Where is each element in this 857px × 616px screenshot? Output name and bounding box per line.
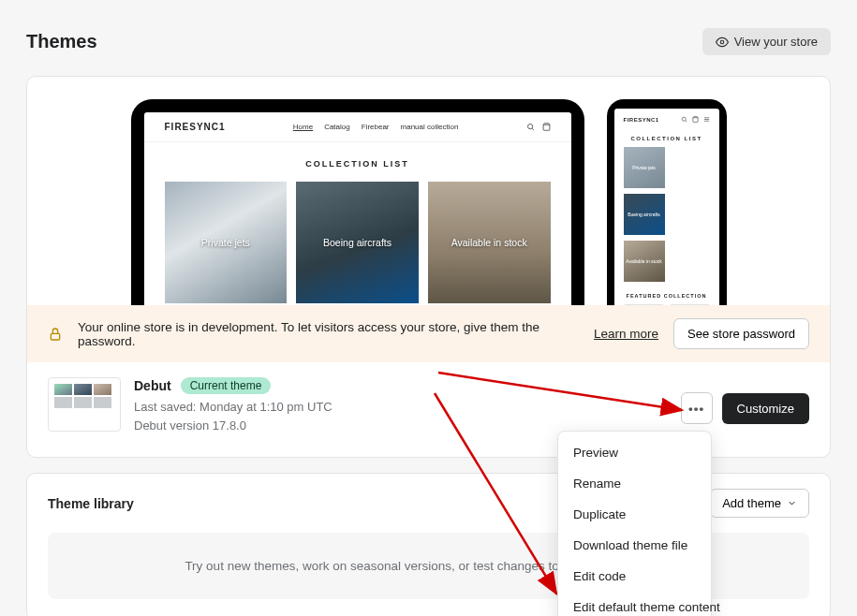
collection-card: Available in stock (428, 182, 551, 303)
current-theme-badge: Current theme (181, 377, 272, 394)
menu-icon (703, 116, 710, 123)
eye-icon (716, 36, 729, 49)
view-store-label: View your store (734, 35, 818, 49)
nav-item: manual collection (401, 123, 459, 131)
preview-brand: FIRESYNC1 (165, 122, 226, 132)
menu-item-download[interactable]: Download theme file (558, 530, 711, 561)
page-title: Themes (26, 31, 97, 52)
preview-mobile: FIRESYNC1 COLLECTION LIST Private jets B… (607, 99, 727, 305)
menu-item-duplicate[interactable]: Duplicate (558, 499, 711, 530)
preview-nav: Home Catalog Firebear manual collection (293, 123, 459, 131)
svg-rect-6 (51, 333, 59, 340)
collection-card: Boeing aircrafts (624, 194, 665, 235)
svg-point-1 (527, 125, 532, 129)
add-theme-label: Add theme (722, 496, 781, 510)
collection-card: Boeing aircrafts (296, 182, 419, 303)
nav-item: Home (293, 123, 313, 131)
bag-icon (542, 123, 551, 131)
preview-desktop: FIRESYNC1 Home Catalog Firebear manual c… (131, 99, 584, 305)
collection-list-title: COLLECTION LIST (144, 142, 571, 182)
lock-icon (48, 327, 63, 342)
menu-item-edit-default-content[interactable]: Edit default theme content (558, 592, 711, 616)
product-placeholder (624, 304, 664, 305)
theme-last-saved: Last saved: Monday at 1:10 pm UTC (134, 398, 668, 417)
more-actions-menu: Preview Rename Duplicate Download theme … (557, 431, 712, 616)
menu-item-rename[interactable]: Rename (558, 468, 711, 499)
current-theme-card: FIRESYNC1 Home Catalog Firebear manual c… (26, 76, 831, 458)
add-theme-button[interactable]: Add theme (710, 489, 809, 518)
chevron-down-icon (787, 498, 797, 508)
preview-mobile-brand: FIRESYNC1 (624, 117, 659, 123)
see-store-password-button[interactable]: See store password (673, 318, 809, 349)
collection-card: Private jets (624, 147, 665, 188)
collection-card: Available in stock (624, 241, 665, 282)
more-actions-button[interactable]: ••• (681, 392, 713, 424)
theme-thumbnail (48, 377, 121, 432)
customize-button[interactable]: Customize (722, 393, 809, 424)
view-your-store-button[interactable]: View your store (702, 28, 831, 55)
dots-icon: ••• (688, 402, 704, 416)
menu-item-preview[interactable]: Preview (558, 437, 711, 468)
featured-collection-title: FEATURED COLLECTION (614, 282, 719, 304)
svg-point-2 (682, 117, 686, 121)
svg-point-0 (720, 40, 724, 44)
nav-item: Firebear (362, 123, 390, 131)
learn-more-link[interactable]: Learn more (594, 327, 658, 341)
search-icon (681, 116, 687, 123)
search-icon (526, 123, 535, 131)
nav-item: Catalog (324, 123, 350, 131)
development-banner: Your online store is in development. To … (27, 305, 830, 362)
menu-item-edit-code[interactable]: Edit code (558, 561, 711, 592)
theme-name: Debut (134, 378, 171, 393)
product-placeholder (670, 304, 710, 305)
collection-list-title: COLLECTION LIST (614, 130, 719, 147)
bag-icon (692, 116, 699, 123)
collection-card: Private jets (165, 182, 288, 303)
theme-preview: FIRESYNC1 Home Catalog Firebear manual c… (27, 77, 830, 305)
theme-library-title: Theme library (48, 496, 134, 511)
development-message: Your online store is in development. To … (78, 320, 579, 348)
